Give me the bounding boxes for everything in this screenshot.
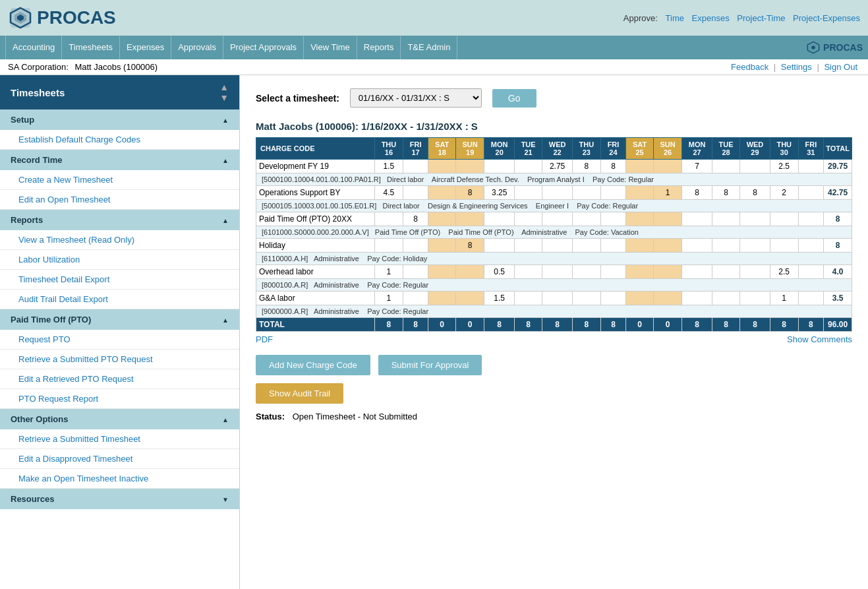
cell-d20[interactable] bbox=[484, 160, 515, 173]
cell-oh25[interactable] bbox=[626, 265, 654, 279]
cell-oh24[interactable] bbox=[600, 265, 625, 279]
cell-p30[interactable] bbox=[770, 212, 798, 226]
cell-h18[interactable] bbox=[428, 239, 456, 253]
cell-p18[interactable] bbox=[428, 212, 456, 226]
cell-o21[interactable] bbox=[514, 186, 542, 200]
cell-h29[interactable] bbox=[740, 239, 770, 253]
arrow-down-icon[interactable]: ▼ bbox=[219, 92, 229, 103]
cell-d21[interactable] bbox=[514, 160, 542, 173]
sidebar-item-edit-open-timesheet[interactable]: Edit an Open Timesheet bbox=[0, 190, 239, 210]
cell-o20[interactable] bbox=[484, 186, 515, 200]
sidebar-item-request-pto[interactable]: Request PTO bbox=[0, 330, 239, 350]
nav-timesheets[interactable]: Timesheets bbox=[62, 36, 120, 59]
cell-oh22[interactable] bbox=[542, 265, 573, 279]
signout-link[interactable]: Sign Out bbox=[824, 62, 857, 72]
sidebar-section-reports[interactable]: Reports bbox=[0, 210, 239, 230]
cell-oh19[interactable] bbox=[455, 265, 484, 279]
cell-o26[interactable] bbox=[653, 186, 681, 200]
cell-h21[interactable] bbox=[514, 239, 542, 253]
cell-h24[interactable] bbox=[600, 239, 625, 253]
cell-d27[interactable] bbox=[682, 160, 712, 173]
cell-p21[interactable] bbox=[514, 212, 542, 226]
cell-g21[interactable] bbox=[514, 292, 542, 305]
cell-oh29[interactable] bbox=[740, 265, 770, 279]
cell-o24[interactable] bbox=[600, 186, 625, 200]
cell-p31[interactable] bbox=[798, 212, 823, 226]
cell-oh23[interactable] bbox=[572, 265, 600, 279]
cell-o29[interactable] bbox=[740, 186, 770, 200]
sidebar-item-labor-utilization[interactable]: Labor Utilization bbox=[0, 250, 239, 270]
cell-oh17[interactable] bbox=[403, 265, 428, 279]
add-charge-code-button[interactable]: Add New Charge Code bbox=[256, 355, 370, 375]
cell-g29[interactable] bbox=[740, 292, 770, 305]
nav-reports[interactable]: Reports bbox=[357, 36, 401, 59]
cell-g23[interactable] bbox=[572, 292, 600, 305]
submit-approval-button[interactable]: Submit For Approval bbox=[378, 355, 482, 375]
cell-o18[interactable] bbox=[428, 186, 456, 200]
cell-o25[interactable] bbox=[626, 186, 654, 200]
cell-o27[interactable] bbox=[682, 186, 712, 200]
cell-g16[interactable] bbox=[375, 292, 403, 305]
cell-oh30[interactable] bbox=[770, 265, 798, 279]
timesheet-select[interactable]: 01/16/XX - 01/31/XX : S bbox=[350, 88, 482, 108]
nav-approvals[interactable]: Approvals bbox=[171, 36, 223, 59]
cell-o30[interactable] bbox=[770, 186, 798, 200]
cell-d16[interactable] bbox=[375, 160, 403, 173]
sidebar-section-setup[interactable]: Setup bbox=[0, 109, 239, 130]
cell-h19[interactable] bbox=[455, 239, 484, 253]
cell-h26[interactable] bbox=[653, 239, 681, 253]
show-audit-trail-button[interactable]: Show Audit Trail bbox=[256, 383, 343, 404]
nav-accounting[interactable]: Accounting bbox=[5, 36, 62, 59]
cell-o17[interactable] bbox=[403, 186, 428, 200]
sidebar-section-pto[interactable]: Paid Time Off (PTO) bbox=[0, 309, 239, 330]
comments-link[interactable]: Show Comments bbox=[787, 334, 852, 344]
cell-o23[interactable] bbox=[572, 186, 600, 200]
cell-oh28[interactable] bbox=[712, 265, 739, 279]
sidebar-section-resources[interactable]: Resources bbox=[0, 489, 239, 509]
cell-d25[interactable] bbox=[626, 160, 654, 173]
cell-o19[interactable] bbox=[455, 186, 484, 200]
sidebar-item-ts-detail-export[interactable]: Timesheet Detail Export bbox=[0, 270, 239, 290]
nav-view-time[interactable]: View Time bbox=[304, 36, 357, 59]
cell-d17[interactable] bbox=[403, 160, 428, 173]
cell-oh18[interactable] bbox=[428, 265, 456, 279]
sidebar-section-record-time[interactable]: Record Time bbox=[0, 150, 239, 170]
cell-h16[interactable] bbox=[375, 239, 403, 253]
cell-p24[interactable] bbox=[600, 212, 625, 226]
cell-o28[interactable] bbox=[712, 186, 739, 200]
cell-h27[interactable] bbox=[682, 239, 712, 253]
cell-d29[interactable] bbox=[740, 160, 770, 173]
cell-g27[interactable] bbox=[682, 292, 712, 305]
sidebar-item-edit-disapproved-ts[interactable]: Edit a Disapproved Timesheet bbox=[0, 449, 239, 469]
cell-d23[interactable] bbox=[572, 160, 600, 173]
cell-h23[interactable] bbox=[572, 239, 600, 253]
cell-h20[interactable] bbox=[484, 239, 515, 253]
cell-g24[interactable] bbox=[600, 292, 625, 305]
sidebar-item-pto-report[interactable]: PTO Request Report bbox=[0, 389, 239, 409]
sidebar-section-other-options[interactable]: Other Options bbox=[0, 409, 239, 429]
cell-d24[interactable] bbox=[600, 160, 625, 173]
approve-time[interactable]: Time bbox=[666, 13, 684, 23]
cell-d26[interactable] bbox=[653, 160, 681, 173]
cell-p22[interactable] bbox=[542, 212, 573, 226]
approve-project-time[interactable]: Project-Time bbox=[737, 13, 785, 23]
sidebar-item-edit-pto[interactable]: Edit a Retrieved PTO Request bbox=[0, 369, 239, 389]
cell-d28[interactable] bbox=[712, 160, 739, 173]
cell-oh31[interactable] bbox=[798, 265, 823, 279]
cell-oh16[interactable] bbox=[375, 265, 403, 279]
cell-o22[interactable] bbox=[542, 186, 573, 200]
sidebar-item-create-timesheet[interactable]: Create a New Timesheet bbox=[0, 170, 239, 190]
cell-o16[interactable] bbox=[375, 186, 403, 200]
sidebar-item-audit-trail-export[interactable]: Audit Trail Detail Export bbox=[0, 290, 239, 309]
cell-g18[interactable] bbox=[428, 292, 456, 305]
cell-p20[interactable] bbox=[484, 212, 515, 226]
cell-g25[interactable] bbox=[626, 292, 654, 305]
cell-g17[interactable] bbox=[403, 292, 428, 305]
cell-h22[interactable] bbox=[542, 239, 573, 253]
cell-g22[interactable] bbox=[542, 292, 573, 305]
cell-o31[interactable] bbox=[798, 186, 823, 200]
cell-g30[interactable] bbox=[770, 292, 798, 305]
nav-project-approvals[interactable]: Project Approvals bbox=[223, 36, 304, 59]
cell-oh26[interactable] bbox=[653, 265, 681, 279]
cell-g19[interactable] bbox=[455, 292, 484, 305]
